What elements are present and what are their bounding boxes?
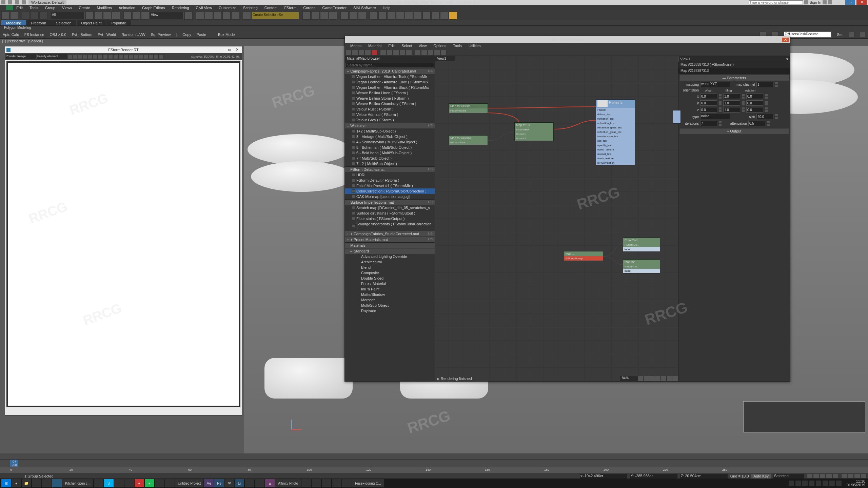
slate-menu-material[interactable]: Material xyxy=(365,43,385,49)
type-dropdown[interactable]: noise xyxy=(700,114,730,119)
ribbon-tab-modeling[interactable]: Modeling xyxy=(1,20,26,25)
slate-tb-icon[interactable] xyxy=(421,50,427,55)
fstorm-tb-icon[interactable] xyxy=(139,54,143,59)
browser-group[interactable]: –Materials xyxy=(345,242,435,248)
browser-item[interactable]: 7 ( Multi/Sub-Object ) xyxy=(345,156,435,161)
browser-item[interactable]: Morpher xyxy=(345,297,435,303)
iterations-input[interactable]: 7 xyxy=(700,121,717,126)
window-crossing-button[interactable] xyxy=(112,12,120,20)
browser-item[interactable]: Vegan Leather - Altamira Black ( FStormM… xyxy=(345,85,435,90)
slate-nav-icon[interactable] xyxy=(655,376,660,381)
app-menu-icon[interactable] xyxy=(6,5,13,10)
fstorm-tb-icon[interactable] xyxy=(67,54,72,59)
browser-item[interactable]: Scratch map [DGrunier_dirt_05_scratches_… xyxy=(345,205,435,210)
menu-animation[interactable]: Animation xyxy=(115,5,139,11)
help-icon[interactable] xyxy=(804,0,808,4)
browser-group[interactable]: –Surface Imperfections.matLIB xyxy=(345,199,435,205)
browser-item[interactable]: Weave Bellina Stone ( FStorm ) xyxy=(345,96,435,101)
close-button[interactable]: ✕ xyxy=(856,0,867,5)
browser-group[interactable]: ++ CampaignFabrics_StudioCorrected.matLI… xyxy=(345,231,435,237)
slate-nav-icon[interactable] xyxy=(638,376,643,381)
node-fstormscratch[interactable]: Map #2138383...FStormScrat... xyxy=(449,135,488,145)
browser-item[interactable]: ColorCorrection ( FStormColorCorrection … xyxy=(345,188,435,194)
qat-icon[interactable] xyxy=(8,0,12,4)
tb-affinity-task[interactable]: Affinity Photo xyxy=(275,479,301,487)
slate-tb-icon[interactable] xyxy=(365,50,371,55)
browser-item[interactable]: Fallof Mix Preset #1 ( FStormMix ) xyxy=(345,183,435,188)
slate-tb-icon[interactable] xyxy=(406,50,412,55)
spotify-icon[interactable]: ● xyxy=(145,479,154,487)
select-button[interactable] xyxy=(85,12,94,20)
render-button[interactable] xyxy=(387,12,395,20)
slate-min[interactable]: — xyxy=(767,38,774,42)
maximize-button[interactable]: ▭ xyxy=(845,0,855,5)
y-rotation[interactable]: 0.0 xyxy=(746,100,763,106)
menu-group[interactable]: Group xyxy=(42,5,59,11)
keymode-dropdown[interactable]: Selected xyxy=(773,474,804,479)
tb-app-icon[interactable] xyxy=(94,479,103,487)
tb2-icon[interactable] xyxy=(860,32,865,37)
schematic-button[interactable] xyxy=(349,12,357,20)
tb-app-icon[interactable] xyxy=(114,479,124,487)
spinner-snap-button[interactable] xyxy=(231,12,239,20)
slate-tb-icon[interactable] xyxy=(428,50,434,55)
node-fstormco[interactable]: Map #2...FStormCo... input xyxy=(623,259,660,273)
percent-snap-button[interactable] xyxy=(222,12,231,20)
fstorm-tb-icon[interactable] xyxy=(159,54,164,59)
autokey-button[interactable]: Auto Key xyxy=(751,474,771,479)
spinner[interactable] xyxy=(765,100,768,106)
browser-search-input[interactable] xyxy=(346,63,434,67)
y-offset[interactable]: 0.0 xyxy=(700,100,717,106)
fstorm-tb-icon[interactable] xyxy=(98,54,103,59)
viewport-navigator[interactable] xyxy=(743,401,865,432)
render-setup-button[interactable] xyxy=(370,12,378,20)
browser-item[interactable]: Composite xyxy=(345,270,435,276)
slate-nav-icon[interactable] xyxy=(649,376,655,381)
tray-icon[interactable] xyxy=(816,481,821,486)
ref-coord-dropdown[interactable]: View xyxy=(150,12,184,19)
fstorm-tb-icon[interactable] xyxy=(129,54,133,59)
slate-nav-icon[interactable] xyxy=(667,376,672,381)
mirror-button[interactable] xyxy=(302,12,311,20)
slate-graph[interactable]: View1 Map #2138381...FStormNoise Map #21… xyxy=(435,56,678,381)
slate-tb-icon[interactable] xyxy=(415,50,421,55)
angle-snap-button[interactable] xyxy=(214,12,222,20)
slate-zoom[interactable]: 84% xyxy=(620,376,637,381)
slate-nav-icon[interactable] xyxy=(661,376,666,381)
spinner[interactable] xyxy=(775,82,778,87)
browser-item[interactable]: Vegan Leather - Altamira Teak ( FStormMi… xyxy=(345,74,435,79)
fstorm-tb-icon[interactable] xyxy=(78,54,82,59)
menu-tools[interactable]: Tools xyxy=(26,5,42,11)
render-iter-button[interactable] xyxy=(405,12,413,20)
menu-fstorm[interactable]: FStorm xyxy=(281,5,300,11)
browser-group[interactable]: –Walls.matLIB xyxy=(345,123,435,128)
spinner[interactable] xyxy=(718,107,722,113)
tb2-icon[interactable] xyxy=(849,32,854,37)
slate-tb-icon[interactable] xyxy=(352,50,358,55)
browser-item[interactable]: Weave Bellina Linen ( FStorm ) xyxy=(345,90,435,96)
nav-icon[interactable] xyxy=(861,474,867,479)
fstorm-element-dropdown[interactable]: beauty element xyxy=(37,54,67,59)
render-frame-button[interactable] xyxy=(378,12,387,20)
ribbon-tab-selection[interactable]: Selection xyxy=(51,20,76,25)
project-path-dropdown[interactable]: C:\Users\Josi\Docume xyxy=(784,32,831,38)
tb-untitled-task[interactable]: Untitled Project xyxy=(175,479,204,487)
mapping-dropdown[interactable]: world XYZ xyxy=(700,82,730,87)
slate-tb-icon[interactable] xyxy=(358,50,364,55)
menu-corona[interactable]: Corona xyxy=(300,5,319,11)
fstorm-max[interactable]: ▭ xyxy=(226,47,233,52)
tb-app-icon[interactable] xyxy=(332,479,341,487)
browser-group[interactable]: –CampaignFabrics_2019_Calibrated.matLIB xyxy=(345,68,435,74)
spinner[interactable] xyxy=(718,121,722,126)
fstorm-tb-icon[interactable] xyxy=(108,54,113,59)
browser-item[interactable]: Velour Admiral ( FStorm ) xyxy=(345,112,435,117)
lr-icon[interactable]: Lr xyxy=(235,479,244,487)
slate-tb-icon[interactable] xyxy=(380,50,386,55)
browser-tree[interactable]: –CampaignFabrics_2019_Calibrated.matLIBV… xyxy=(345,68,435,381)
browser-item[interactable]: 4 - Scandinavian ( Multi/Sub-Object ) xyxy=(345,139,435,145)
link-button[interactable] xyxy=(22,12,30,20)
nav-icon[interactable] xyxy=(841,474,847,479)
slate-menu-view[interactable]: View xyxy=(415,43,430,49)
undo-button[interactable] xyxy=(1,12,9,20)
section-output[interactable]: + Output xyxy=(679,128,789,134)
